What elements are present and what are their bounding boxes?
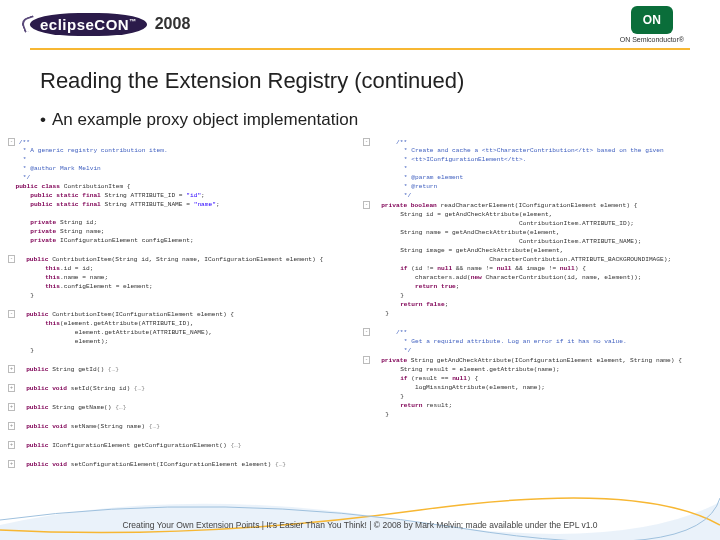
code-right: - /** * Create and cache a <tt>Character…	[363, 138, 712, 470]
eclipsecon-logo: eclipseCON™ 2008	[30, 13, 190, 36]
conf-name: eclipseCON	[40, 16, 129, 33]
bullet-item: An example proxy object implementation	[0, 104, 720, 138]
on-sub: ON Semiconductor®	[620, 36, 684, 43]
conf-year: 2008	[155, 15, 191, 33]
slide-title: Reading the Extension Registry (continue…	[0, 50, 720, 104]
slide-header: eclipseCON™ 2008 ON ON Semiconductor®	[0, 0, 720, 48]
trademark: ™	[129, 18, 137, 25]
code-listings: - /** * A generic registry contribution …	[0, 138, 720, 470]
slide-footer: Creating Your Own Extension Points | It'…	[0, 520, 720, 530]
on-semi-logo: ON ON Semiconductor®	[620, 6, 684, 43]
code-left: - /** * A generic registry contribution …	[8, 138, 357, 470]
decorative-swoosh	[0, 480, 720, 540]
eclipsecon-oval: eclipseCON™	[30, 13, 147, 36]
on-box: ON	[631, 6, 673, 34]
